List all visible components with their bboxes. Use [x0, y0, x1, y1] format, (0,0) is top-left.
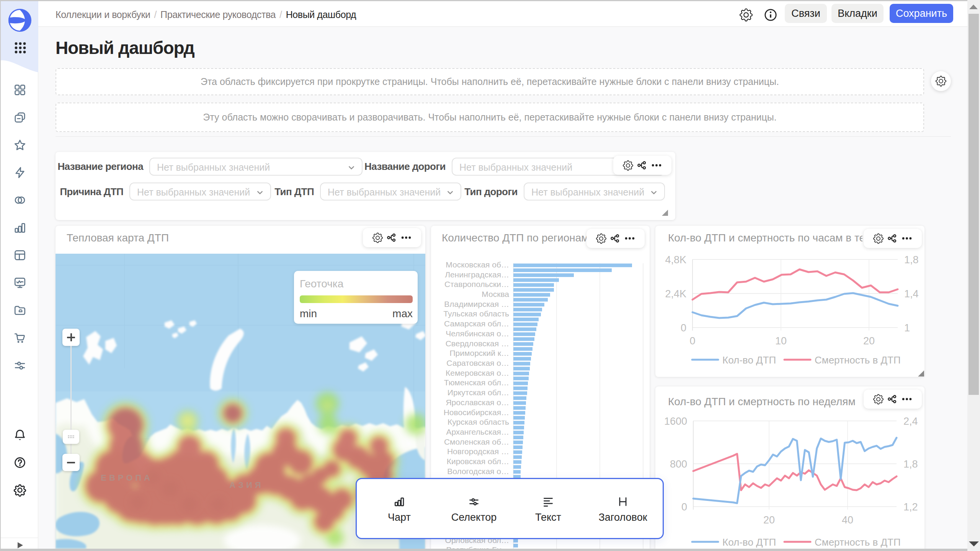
svg-text:АЗИЯ: АЗИЯ [229, 480, 263, 490]
svg-text:Кол-во ДТП: Кол-во ДТП [722, 536, 776, 548]
svg-text:ЕВРОПА: ЕВРОПА [101, 473, 153, 483]
svg-text:40: 40 [842, 514, 853, 526]
svg-text:1,8: 1,8 [903, 458, 918, 470]
svg-text:1600: 1600 [664, 416, 687, 427]
svg-text:4,8K: 4,8K [665, 254, 686, 266]
svg-text:Смертность в ДТП: Смертность в ДТП [815, 536, 901, 548]
svg-text:10: 10 [775, 335, 787, 347]
svg-text:1,4: 1,4 [904, 288, 919, 300]
svg-text:Кол-во ДТП: Кол-во ДТП [722, 354, 776, 366]
svg-text:0: 0 [681, 322, 686, 334]
svg-text:1,8: 1,8 [904, 254, 919, 266]
svg-text:20: 20 [863, 335, 875, 347]
svg-text:1: 1 [904, 322, 910, 334]
svg-text:0: 0 [681, 501, 687, 513]
svg-text:1,2: 1,2 [903, 501, 918, 513]
svg-text:Смертность в ДТП: Смертность в ДТП [815, 354, 901, 366]
svg-text:0: 0 [689, 335, 695, 347]
svg-text:800: 800 [670, 458, 687, 470]
svg-text:20: 20 [763, 514, 775, 526]
svg-text:2,4: 2,4 [903, 416, 918, 427]
svg-text:2,4K: 2,4K [665, 288, 686, 300]
